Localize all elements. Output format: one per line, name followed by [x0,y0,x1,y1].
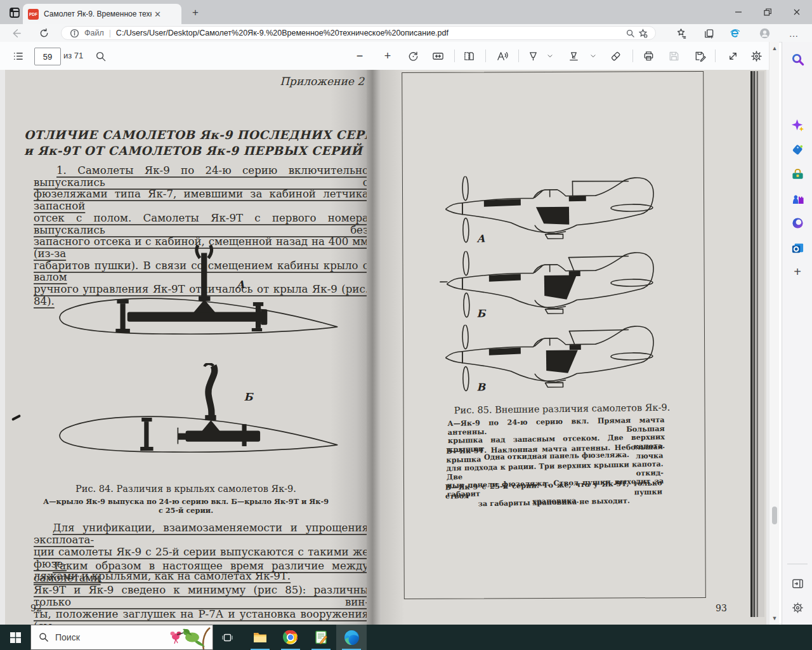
figure-84-wing-a: А [44,245,349,354]
sidebar-outlook-button[interactable] [790,241,804,255]
find-on-page-button[interactable] [624,27,636,39]
refresh-button[interactable] [37,26,51,40]
task-view-icon [221,632,233,644]
fullscreen-button[interactable] [724,47,742,65]
sidebar-customize-button[interactable]: + [790,265,804,279]
add-favorite-button[interactable] [636,27,649,39]
zoom-out-button[interactable]: − [351,47,369,65]
sidebar-tools-button[interactable] [790,167,804,181]
save-as-button[interactable] [691,47,709,65]
aircraft-label-a: А [476,232,485,244]
restore-icon [763,8,772,17]
info-icon [70,29,79,38]
figure-84-subcaption: А—крыло Як-9 выпуска по 24-ю серию вкл. … [34,498,338,515]
tab-close-icon[interactable]: ✕ [154,10,161,19]
page-info-button[interactable] [68,27,81,39]
gear-icon [791,601,804,614]
pdf-search-button[interactable] [91,47,109,65]
pdf-file-icon: PDF [28,9,39,20]
tab-actions-menu-button[interactable] [6,4,23,21]
highlight-button[interactable] [565,47,582,65]
sidebar-shopping-button[interactable] [790,142,804,156]
sidebar-settings-button[interactable] [790,600,804,614]
page-number-left: 92 [30,603,42,613]
sidebar-office-button[interactable] [790,216,804,230]
outlook-icon [791,241,804,255]
wing-label-b: Б [244,391,254,403]
pdf-canvas: Приложение 2 ОТЛИЧИЕ САМОЛЕТОВ Як-9 ПОСЛ… [0,70,769,625]
sidebar-search-button[interactable] [790,52,804,66]
profile-button[interactable] [757,26,771,40]
collections-button[interactable] [702,26,716,40]
new-tab-button[interactable]: + [188,5,203,20]
search-placeholder: Поиск [55,632,80,642]
scroll-up-arrow[interactable]: ▲ [771,44,778,52]
settings-menu-button[interactable]: … [787,26,801,40]
fit-to-width-button[interactable] [429,47,447,65]
book-page-edges [750,71,764,617]
page-heading: ОТЛИЧИЕ САМОЛЕТОВ Як-9 ПОСЛЕДНИХ СЕРИЙи … [24,127,354,159]
highlight-options-button[interactable] [586,47,600,65]
search-icon [625,29,635,38]
draw-options-button[interactable] [543,47,557,65]
taskbar-file-explorer-button[interactable] [245,625,275,650]
sidebar-hide-button[interactable] [790,576,804,590]
taskbar-search-box[interactable]: Поиск [30,625,213,650]
figure-85-item-v: В—Як-9 с 25-й серии. То же, что у Як-9Т,… [445,479,663,509]
address-bar[interactable]: Файл | C:/Users/User/Desktop/Самолет%20Я… [61,26,656,40]
page-number-right: 93 [716,603,727,613]
collections-icon [704,28,714,39]
taskbar-document-app-button[interactable] [306,625,336,650]
save-button[interactable] [665,47,683,65]
print-button[interactable] [639,47,657,65]
page-number-input[interactable] [34,48,61,65]
sidebar-games-button[interactable] [790,191,804,205]
read-aloud-button[interactable] [493,47,511,65]
star-add-icon [638,29,648,38]
task-view-button[interactable] [213,625,241,650]
taskbar-chrome-button[interactable] [275,625,306,650]
pdf-toolbar: из 71 − + [0,42,769,70]
taskbar-edge-button[interactable] [336,625,367,650]
draw-button[interactable] [524,47,542,65]
aircraft-label-v: В [476,381,486,393]
back-button[interactable] [9,26,23,40]
scanned-page-right: А Б [381,70,766,625]
window-minimize-button[interactable] [724,0,753,24]
hide-sidebar-icon [791,577,804,590]
pen-icon [527,50,539,62]
windows-taskbar: Поиск [0,625,812,650]
price-tag-icon [791,143,804,156]
toolbox-icon [791,168,804,181]
book-gutter [367,70,381,625]
window-restore-button[interactable] [753,0,782,24]
refresh-icon [39,28,49,39]
browser-navbar: Файл | C:/Users/User/Desktop/Самолет%20Я… [0,24,812,43]
scrollbar-thumb[interactable] [772,507,777,524]
favorites-icon [676,28,686,39]
page-count-label: из 71 [63,51,83,60]
sidebar-discover-button[interactable] [790,118,804,132]
scroll-down-arrow[interactable]: ▼ [771,614,778,622]
toc-button[interactable] [9,47,27,65]
edge-sidebar: + [782,42,812,625]
microsoft-365-icon [791,216,804,230]
page-view-button[interactable] [460,47,478,65]
vertical-scrollbar[interactable]: ▲ ▼ [769,42,779,625]
page-view-icon [463,50,475,62]
zoom-in-button[interactable]: + [379,47,396,65]
scanned-page-left: Приложение 2 ОТЛИЧИЕ САМОЛЕТОВ Як-9 ПОСЛ… [5,70,367,625]
rotate-button[interactable] [404,47,422,65]
figure-85-aircraft-v: В [439,322,662,396]
fullscreen-icon [727,50,739,62]
back-arrow-icon [11,28,22,39]
start-button[interactable] [0,625,30,650]
browser-tab[interactable]: PDF Самолет Як-9. Временное техни ✕ [23,4,181,24]
pdf-settings-button[interactable] [747,47,765,65]
ie-mode-button[interactable] [728,26,742,40]
window-close-button[interactable] [782,0,811,24]
favorites-button[interactable] [674,26,688,40]
erase-button[interactable] [606,47,624,65]
gear-icon [750,50,763,62]
url-text[interactable]: C:/Users/User/Desktop/Самолет%20Як-9.%20… [116,29,624,37]
